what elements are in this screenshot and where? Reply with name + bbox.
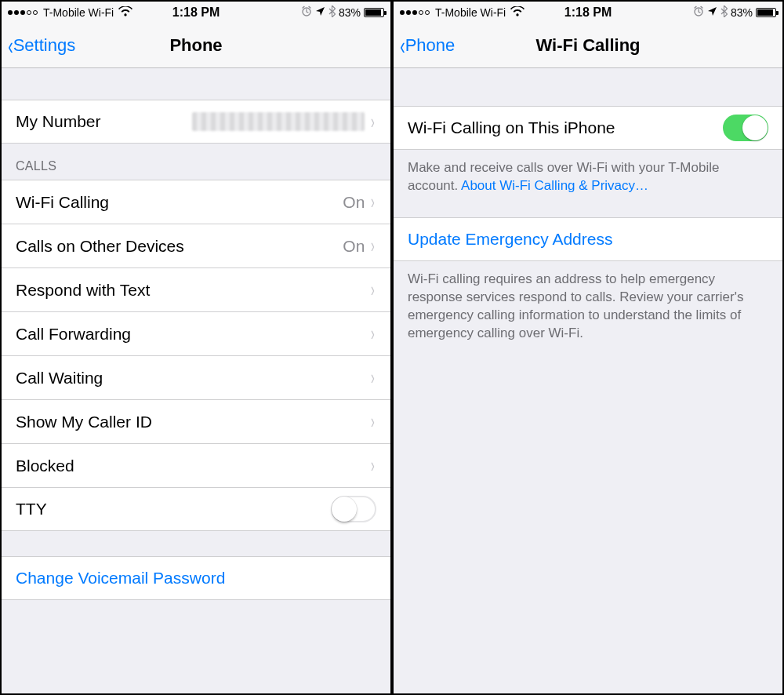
row-wifi-calling[interactable]: Wi-Fi Calling On › <box>2 180 390 224</box>
chevron-right-icon: › <box>371 190 375 214</box>
chevron-right-icon: › <box>371 110 375 134</box>
battery-percent-label: 83% <box>731 6 753 19</box>
row-label: Call Waiting <box>16 369 369 388</box>
nav-bar: ‹ Phone Wi-Fi Calling <box>394 23 782 68</box>
clock-label: 1:18 PM <box>172 5 220 20</box>
footer-wifi-calling-desc: Make and receive calls over Wi-Fi with y… <box>394 150 782 200</box>
row-blocked[interactable]: Blocked › <box>2 443 390 487</box>
chevron-right-icon: › <box>371 234 375 258</box>
status-bar: T-Mobile Wi-Fi 1:18 PM 83% <box>394 2 782 23</box>
screen-phone-settings: T-Mobile Wi-Fi 1:18 PM 83% ‹ Settings Ph… <box>0 0 392 695</box>
screen-wifi-calling: T-Mobile Wi-Fi 1:18 PM 83% ‹ Phone Wi-Fi… <box>392 0 784 695</box>
signal-dots-icon <box>400 10 430 15</box>
footer-emergency-desc: Wi-Fi calling requires an address to hel… <box>394 261 782 348</box>
chevron-right-icon: › <box>371 453 375 478</box>
wifi-icon <box>510 5 524 19</box>
carrier-label: T-Mobile Wi-Fi <box>435 6 506 19</box>
chevron-right-icon: › <box>371 322 375 346</box>
page-title: Wi-Fi Calling <box>535 35 640 56</box>
carrier-label: T-Mobile Wi-Fi <box>43 6 114 19</box>
row-label: Change Voicemail Password <box>16 569 376 588</box>
row-label: Calls on Other Devices <box>16 237 343 256</box>
chevron-right-icon: › <box>371 409 375 434</box>
back-label: Phone <box>405 35 456 56</box>
battery-icon <box>756 8 776 17</box>
content-scroll[interactable]: My Number › CALLS Wi-Fi Calling On › Cal… <box>2 68 390 693</box>
row-show-caller-id[interactable]: Show My Caller ID › <box>2 399 390 443</box>
row-label: Update Emergency Address <box>408 230 768 249</box>
row-my-number[interactable]: My Number › <box>2 100 390 144</box>
signal-dots-icon <box>8 10 38 15</box>
chevron-left-icon: ‹ <box>8 33 13 58</box>
row-respond-with-text[interactable]: Respond with Text › <box>2 267 390 311</box>
location-icon <box>707 5 717 19</box>
row-label: Blocked <box>16 457 369 475</box>
footer-text: Wi-Fi calling requires an address to hel… <box>408 271 743 340</box>
tty-toggle[interactable] <box>331 496 376 522</box>
row-tty: TTY <box>2 487 390 531</box>
row-value: On <box>343 193 365 212</box>
row-label: My Number <box>16 112 192 131</box>
row-label: Respond with Text <box>16 281 369 300</box>
back-button[interactable]: ‹ Phone <box>398 33 455 58</box>
chevron-right-icon: › <box>371 366 375 390</box>
content-scroll[interactable]: Wi-Fi Calling on This iPhone Make and re… <box>394 68 782 693</box>
row-calls-other-devices[interactable]: Calls on Other Devices On › <box>2 224 390 267</box>
row-update-emergency-address[interactable]: Update Emergency Address <box>394 217 782 261</box>
location-icon <box>315 5 325 19</box>
bluetooth-icon <box>720 5 728 20</box>
status-bar: T-Mobile Wi-Fi 1:18 PM 83% <box>2 2 390 23</box>
my-number-value-blurred <box>192 112 365 131</box>
row-wifi-calling-toggle: Wi-Fi Calling on This iPhone <box>394 106 782 150</box>
about-wifi-calling-link[interactable]: About Wi-Fi Calling & Privacy… <box>461 178 648 193</box>
chevron-left-icon: ‹ <box>400 33 405 58</box>
row-value: On <box>343 237 365 256</box>
row-label: Show My Caller ID <box>16 413 369 431</box>
row-label: Call Forwarding <box>16 325 369 344</box>
wifi-calling-toggle[interactable] <box>723 115 768 141</box>
row-label: TTY <box>16 500 331 519</box>
row-call-forwarding[interactable]: Call Forwarding › <box>2 311 390 355</box>
chevron-right-icon: › <box>371 278 375 302</box>
alarm-icon <box>693 5 704 19</box>
row-label: Wi-Fi Calling <box>16 193 343 212</box>
back-label: Settings <box>13 35 76 56</box>
row-change-voicemail-password[interactable]: Change Voicemail Password <box>2 556 390 600</box>
back-button[interactable]: ‹ Settings <box>6 33 75 58</box>
alarm-icon <box>301 5 312 19</box>
battery-percent-label: 83% <box>339 6 361 19</box>
row-call-waiting[interactable]: Call Waiting › <box>2 355 390 399</box>
clock-label: 1:18 PM <box>564 5 612 20</box>
bluetooth-icon <box>328 5 336 20</box>
row-label: Wi-Fi Calling on This iPhone <box>408 118 723 137</box>
section-header-calls: CALLS <box>2 144 390 180</box>
page-title: Phone <box>169 35 222 56</box>
battery-icon <box>364 8 384 17</box>
wifi-icon <box>118 5 132 19</box>
nav-bar: ‹ Settings Phone <box>2 23 390 68</box>
